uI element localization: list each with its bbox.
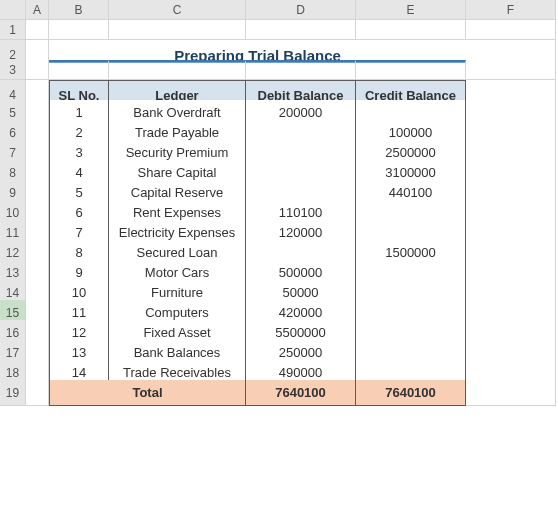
cell[interactable] bbox=[356, 60, 466, 80]
cell[interactable] bbox=[26, 20, 49, 40]
select-all-corner[interactable] bbox=[0, 0, 26, 20]
col-header-A[interactable]: A bbox=[26, 0, 49, 20]
cell[interactable] bbox=[109, 60, 246, 80]
cell[interactable] bbox=[356, 20, 466, 40]
row-header-1[interactable]: 1 bbox=[0, 20, 26, 40]
row-header-19[interactable]: 19 bbox=[0, 380, 26, 406]
col-header-F[interactable]: F bbox=[466, 0, 556, 20]
cell[interactable] bbox=[49, 20, 109, 40]
cell[interactable] bbox=[109, 20, 246, 40]
col-header-D[interactable]: D bbox=[246, 0, 356, 20]
col-header-B[interactable]: B bbox=[49, 0, 109, 20]
cell[interactable] bbox=[26, 60, 49, 80]
total-credit[interactable]: 7640100 bbox=[356, 380, 466, 406]
cell[interactable] bbox=[246, 20, 356, 40]
cell[interactable] bbox=[466, 380, 556, 406]
total-label[interactable]: Total bbox=[49, 380, 246, 406]
spreadsheet-grid[interactable]: ABCDEF12Preparing Trial Balance34SL No.L… bbox=[0, 0, 558, 400]
cell[interactable] bbox=[466, 60, 556, 80]
col-header-C[interactable]: C bbox=[109, 0, 246, 20]
cell[interactable] bbox=[246, 60, 356, 80]
cell[interactable] bbox=[26, 380, 49, 406]
col-header-E[interactable]: E bbox=[356, 0, 466, 20]
row-header-3[interactable]: 3 bbox=[0, 60, 26, 80]
total-debit[interactable]: 7640100 bbox=[246, 380, 356, 406]
cell[interactable] bbox=[466, 20, 556, 40]
cell[interactable] bbox=[49, 60, 109, 80]
